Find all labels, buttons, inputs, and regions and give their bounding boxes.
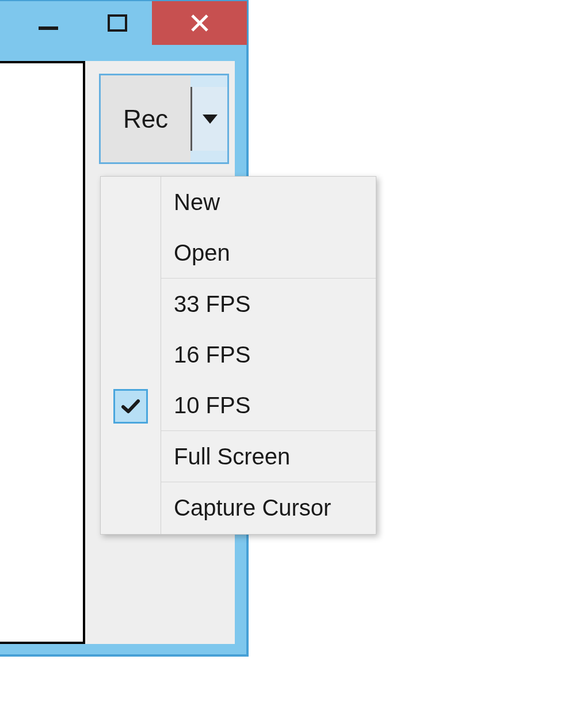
menu-item-new[interactable]: New [161,177,376,227]
menu-item-label: 16 FPS [174,342,250,368]
record-button[interactable]: Rec [101,75,190,162]
record-button-label: Rec [123,105,168,134]
menu-check-column [101,177,161,534]
menu-item-label: 33 FPS [174,291,250,317]
svg-rect-1 [109,16,126,31]
minimize-button[interactable] [14,1,83,45]
svg-rect-0 [39,26,58,30]
menu-checkmark [113,389,148,424]
close-button[interactable] [152,1,247,45]
content-pane [0,61,85,644]
menu-item-label: Open [174,240,230,266]
record-dropdown-menu: New Open 33 FPS 16 FPS 10 FPS Full Scree… [100,176,376,535]
check-icon [121,398,140,414]
menu-item-label: Full Screen [174,444,290,470]
menu-item-fullscreen[interactable]: Full Screen [161,431,376,482]
menu-item-10fps[interactable]: 10 FPS [161,380,376,430]
chevron-down-icon [203,115,218,124]
menu-items: New Open 33 FPS 16 FPS 10 FPS Full Scree… [161,177,376,534]
maximize-button[interactable] [83,1,152,45]
menu-item-16fps[interactable]: 16 FPS [161,329,376,380]
menu-item-label: Capture Cursor [174,495,331,521]
titlebar [0,1,246,61]
menu-item-label: New [174,189,220,215]
close-icon [190,13,209,33]
svg-marker-4 [203,115,218,124]
record-dropdown-button[interactable] [190,87,227,151]
maximize-icon [108,14,127,32]
menu-item-capture-cursor[interactable]: Capture Cursor [161,482,376,533]
menu-item-33fps[interactable]: 33 FPS [161,279,376,329]
minimize-icon [39,26,58,30]
menu-item-open[interactable]: Open [161,227,376,278]
record-split-button: Rec [99,74,229,164]
window-controls [14,1,246,45]
menu-item-label: 10 FPS [174,392,250,418]
